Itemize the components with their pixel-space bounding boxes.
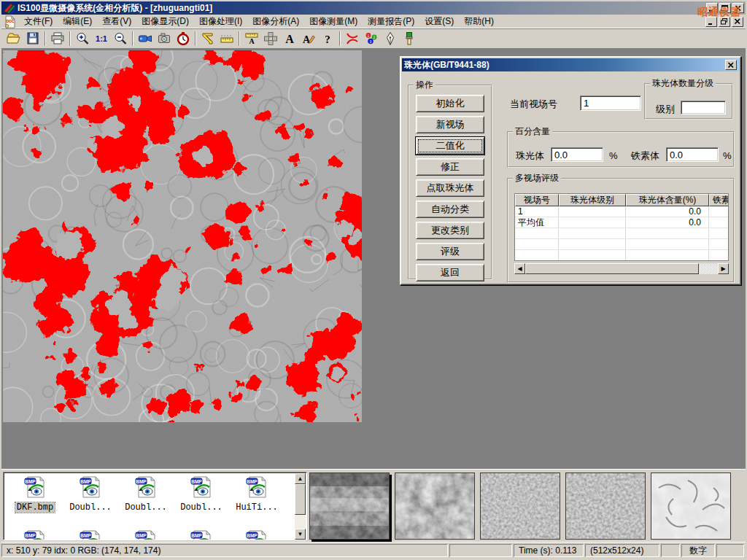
bmp-file-icon[interactable]: BMP [134,475,158,499]
image-thumbnail-0[interactable] [309,472,390,540]
file-label[interactable]: DKF.bmp [15,502,55,513]
ferrite-percent-input[interactable] [666,147,719,162]
close-button[interactable] [732,3,744,13]
close-icon[interactable] [725,60,737,70]
minimize-button[interactable] [706,3,718,13]
ruler-button[interactable] [217,31,236,47]
bmp-file-icon[interactable]: BMP [23,475,47,499]
filelist-scrollbar[interactable]: ▲▼ [295,473,306,540]
operation-binarize-button[interactable]: 二值化 [416,137,484,155]
bmp-file-icon[interactable]: BMP [190,475,213,499]
file-label[interactable]: Doubl... [123,502,169,513]
file-item-2[interactable]: BMPDoubl... [119,475,173,513]
edit-text-button[interactable]: A [299,31,318,47]
operation-correct-button[interactable]: 修正 [416,158,484,176]
image-thumbnail-4[interactable] [651,472,731,540]
file-label[interactable]: HuiTi... [234,502,279,513]
actual-size-button[interactable]: 1:1 [92,31,111,47]
table-row-3[interactable] [515,239,729,250]
file-item-1[interactable]: BMPDoubl... [63,475,117,513]
scroll-thumb[interactable] [525,263,699,274]
bmp-file-icon[interactable]: BMP [190,529,213,540]
table-row-1[interactable]: 平均值0.0 [515,217,729,228]
mdi-minimize-button[interactable] [705,17,717,27]
operation-init-button[interactable]: 初始化 [416,95,484,112]
dialog-title-bar[interactable]: 珠光体(GB/T9441-88) [402,58,739,71]
operation-rate-button[interactable]: 评级 [416,243,484,260]
bmp-file-icon[interactable]: BMP [23,529,47,540]
curve-tool-button[interactable] [343,31,362,47]
image-thumbnail-1[interactable] [395,472,475,540]
text-label-button[interactable]: A [280,31,299,47]
file-item-3[interactable]: BMPDoubl... [174,475,228,513]
file-item-row2-3[interactable]: BMP [174,529,228,540]
bmp-file-icon[interactable]: BMP [245,475,268,499]
menu-item-0[interactable]: 文件(F) [19,14,58,29]
scroll-down-icon[interactable]: ▼ [295,529,306,540]
image-thumbnail-3[interactable] [565,472,646,540]
scroll-up-icon[interactable]: ▲ [295,473,306,484]
file-label[interactable]: Doubl... [179,502,224,513]
zoom-in-button[interactable] [73,31,92,47]
scroll-track[interactable] [699,263,718,274]
print-button[interactable] [48,31,67,47]
help-button[interactable]: ? [318,31,337,47]
menu-item-4[interactable]: 图像处理(I) [194,14,247,29]
metallographic-image[interactable] [3,50,362,422]
pearlite-percent-input[interactable] [551,147,603,162]
bmp-file-icon[interactable]: BMP [79,529,102,540]
file-item-row2-0[interactable]: BMP [8,529,62,540]
caliper-button[interactable] [198,31,217,47]
file-item-row2-1[interactable]: BMP [63,529,117,540]
file-item-row2-4[interactable]: BMP [230,529,284,540]
menu-item-7[interactable]: 测量报告(P) [363,14,419,29]
table-row-0[interactable]: 10.0 [515,206,729,217]
table-row-2[interactable] [515,228,729,239]
bmp-file-icon[interactable]: BMP [79,475,102,499]
file-label[interactable]: Doubl... [68,502,113,513]
bmp-file-icon[interactable]: BMP [134,529,158,540]
save-button[interactable] [23,31,42,47]
level-input[interactable] [681,101,726,114]
file-item-4[interactable]: BMPHuiTi... [230,475,284,513]
brush-button[interactable] [400,31,419,47]
menu-item-2[interactable]: 查看(V) [97,14,136,29]
table-header-3[interactable]: 铁素体含量(%) [709,194,729,206]
bmp-file-icon[interactable]: BMP [245,529,268,540]
scroll-right-icon[interactable]: ▶ [718,263,729,274]
menu-item-9[interactable]: 帮助(H) [459,14,499,29]
menu-item-6[interactable]: 图像测量(M) [304,14,363,29]
rating-table[interactable]: 视场号珠光体级别珠光体含量(%)铁素体含量(%)10.0平均值0.0 [514,193,729,261]
mdi-restore-button[interactable] [719,17,730,27]
table-row-4[interactable] [515,250,729,261]
operation-change-class-button[interactable]: 更改类别 [416,222,484,239]
classify-button[interactable]: 123 [362,31,381,47]
menu-item-1[interactable]: 编辑(E) [58,14,97,29]
operation-new-field-button[interactable]: 新视场 [416,116,484,133]
current-field-input[interactable] [580,96,641,111]
timer-button[interactable] [174,31,193,47]
pick-button[interactable] [381,31,400,47]
open-button[interactable] [4,31,23,47]
table-header-1[interactable]: 珠光体级别 [559,194,626,206]
table-header-0[interactable]: 视场号 [515,194,559,206]
file-item-0[interactable]: BMPDKF.bmp [8,475,62,513]
zoom-out-button[interactable] [111,31,130,47]
camera-button[interactable] [155,31,174,47]
file-item-row2-2[interactable]: BMP [119,529,173,540]
measure-text-button[interactable]: A [242,31,261,47]
operation-return-button[interactable]: 返回 [416,264,484,281]
tile-button[interactable] [261,31,280,47]
mdi-close-button[interactable] [732,17,743,27]
table-header-2[interactable]: 珠光体含量(%) [626,194,709,206]
menu-item-5[interactable]: 图像分析(A) [247,14,304,29]
image-thumbnail-2[interactable] [480,472,560,540]
table-horizontal-scrollbar[interactable]: ◀ ▶ [514,263,729,274]
maximize-button[interactable] [719,3,731,13]
menu-item-8[interactable]: 设置(S) [419,14,459,29]
scroll-thumb[interactable] [295,484,306,515]
video-camera-button[interactable] [136,31,155,47]
operation-pick-pearlite-button[interactable]: 点取珠光体 [416,179,484,197]
menu-item-3[interactable]: 图像显示(D) [136,14,194,29]
operation-auto-classify-button[interactable]: 自动分类 [416,201,484,218]
